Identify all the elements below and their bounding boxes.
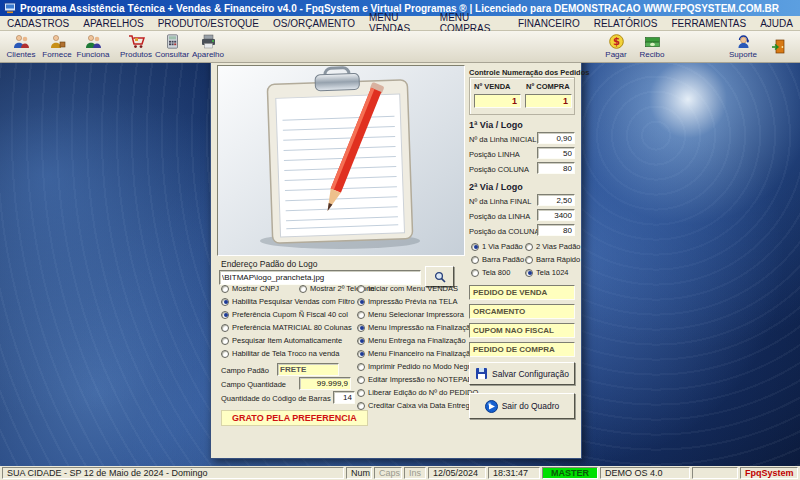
- fornecedor-button[interactable]: Fornece: [39, 32, 75, 62]
- menu-bar: CADASTROS APARELHOS PRODUTO/ESTOQUE OS/O…: [0, 16, 800, 31]
- produtos-button[interactable]: Produtos: [118, 32, 154, 62]
- dialog-body: Endereço Padão do Logo Mostrar CNPJ Most…: [213, 63, 579, 458]
- option-mostrar-cnpj[interactable]: Mostrar CNPJ: [221, 284, 279, 293]
- option-tela-troco[interactable]: Habilitar de Tela Troco na venda: [221, 349, 339, 358]
- option-iniciar-menu-vendas[interactable]: Iniciar com Menu VENDAS: [357, 284, 458, 293]
- campo-padrao-input[interactable]: [277, 363, 339, 376]
- option-menu-entrega-finalizacao[interactable]: Menu Entrega na Finalização: [357, 336, 466, 345]
- option-label: Menu Impressão na Finalização: [368, 323, 474, 332]
- menu-aparelhos[interactable]: APARELHOS: [76, 18, 150, 29]
- option-label: Mostrar CNPJ: [232, 284, 279, 293]
- mode-label: Barra Rápido: [536, 255, 580, 264]
- option-liberar-edicao-pedido[interactable]: Liberar Edição do Nº do PEDIDO: [357, 388, 478, 397]
- radio-icon: [357, 324, 365, 332]
- mode-label: Tela 1024: [536, 268, 569, 277]
- via2-posicao-linha-input[interactable]: [537, 209, 575, 221]
- logo-path-input[interactable]: [219, 270, 421, 285]
- menu-produto-estoque[interactable]: PRODUTO/ESTOQUE: [151, 18, 266, 29]
- recibo-label: Recibo: [640, 50, 665, 59]
- option-menu-selecionar-impressora[interactable]: Menu Selecionar Impressora: [357, 310, 464, 319]
- save-config-button[interactable]: Salvar Configuração: [469, 362, 575, 385]
- menu-relatorios[interactable]: RELATÓRIOS: [587, 18, 665, 29]
- desktop-wallpaper: Configuração PEDIDO DE VENDA & COMPRA: [0, 63, 800, 466]
- option-label: Menu Entrega na Finalização: [368, 336, 466, 345]
- mode-barra-rapido[interactable]: Barra Rápido: [525, 255, 580, 264]
- via2-linha-final-input[interactable]: [537, 194, 575, 206]
- radio-icon: [471, 243, 479, 251]
- menu-cadastros[interactable]: CADASTROS: [0, 18, 76, 29]
- option-label: Habilita Pesquisar Vendas com Filtro: [232, 297, 355, 306]
- radio-icon: [357, 389, 365, 397]
- mode-1-via-padrao[interactable]: 1 Via Padão: [471, 242, 523, 251]
- radio-icon: [525, 256, 533, 264]
- via1-row3-label: Posição COLUNA: [469, 165, 529, 174]
- venda-number-field[interactable]: 1: [474, 94, 521, 108]
- mode-tela-800[interactable]: Tela 800: [471, 268, 510, 277]
- menu-financeiro[interactable]: FINANCEIRO: [511, 18, 587, 29]
- menu-ajuda[interactable]: AJUDA: [753, 18, 800, 29]
- status-caps: Caps: [374, 467, 402, 479]
- aparelho-button[interactable]: Aparelho: [190, 32, 226, 62]
- clipboard-illustration: [218, 66, 464, 255]
- via1-row2-label: Posição LINHA: [469, 150, 520, 159]
- clients-icon: [13, 34, 30, 49]
- support-headset-icon: [735, 34, 752, 49]
- via1-posicao-coluna-input[interactable]: [537, 162, 575, 174]
- option-impressao-previa[interactable]: Impressão Prévia na TELA: [357, 297, 458, 306]
- via1-posicao-linha-input[interactable]: [537, 147, 575, 159]
- compra-number-field[interactable]: 1: [525, 94, 572, 108]
- mode-tela-1024[interactable]: Tela 1024: [525, 268, 569, 277]
- option-preferencia-cupom[interactable]: Preferência Cupom Ñ Fiscal 40 col: [221, 310, 348, 319]
- application-window: Programa Assistência Técnica + Vendas & …: [0, 0, 800, 480]
- doc-pedido-venda-field[interactable]: PEDIDO DE VENDA: [469, 285, 575, 300]
- doc-cupom-field[interactable]: CUPOM NAO FISCAL: [469, 323, 575, 338]
- mode-2-vias-padrao[interactable]: 2 Vias Padão: [525, 242, 580, 251]
- option-pesquisar-item-auto[interactable]: Pesquisar Item Automaticamente: [221, 336, 342, 345]
- calculator-icon: [164, 34, 181, 49]
- pagar-button[interactable]: $ Pagar: [598, 32, 634, 62]
- exit-dialog-button[interactable]: Sair do Quadro: [469, 393, 575, 419]
- clientes-button[interactable]: Clientes: [3, 32, 39, 62]
- mode-barra-padrao[interactable]: Barra Padão: [471, 255, 524, 264]
- option-label: Habilitar de Tela Troco na venda: [232, 349, 339, 358]
- radio-icon: [221, 298, 229, 306]
- option-label: Preferência Cupom Ñ Fiscal 40 col: [232, 310, 348, 319]
- option-preferencia-matricial[interactable]: Preferência MATRICIAL 80 Colunas: [221, 323, 352, 332]
- campo-quantidade-input[interactable]: [299, 377, 351, 390]
- radio-icon: [357, 311, 365, 319]
- doc-orcamento-field[interactable]: ORCAMENTO: [469, 304, 575, 319]
- menu-ferramentas[interactable]: FERRAMENTAS: [664, 18, 753, 29]
- menu-os-orcamento[interactable]: OS/ORÇAMENTO: [266, 18, 362, 29]
- option-creditar-caixa[interactable]: Creditar Caixa via Data Entrega: [357, 401, 474, 410]
- campo-quantidade-label: Campo Quantidade: [221, 380, 286, 389]
- radio-icon: [357, 376, 365, 384]
- magnifier-icon: [434, 271, 446, 283]
- thanks-message: GRATO PELA PREFERENCIA: [221, 410, 368, 426]
- option-menu-impressao-finalizacao[interactable]: Menu Impressão na Finalização: [357, 323, 474, 332]
- radio-icon: [357, 337, 365, 345]
- radio-icon: [357, 402, 365, 410]
- via2-posicao-coluna-input[interactable]: [537, 224, 575, 236]
- option-label: Preferência MATRICIAL 80 Colunas: [232, 323, 352, 332]
- via1-row1-label: Nº da Linha INICIAL: [469, 135, 536, 144]
- option-label: Menu Selecionar Impressora: [368, 310, 464, 319]
- radio-icon: [299, 285, 307, 293]
- barcode-qty-input[interactable]: [333, 391, 355, 404]
- via1-linha-inicial-input[interactable]: [537, 132, 575, 144]
- employees-icon: [85, 34, 102, 49]
- recibo-button[interactable]: Recibo: [634, 32, 670, 62]
- exit-button[interactable]: [761, 32, 797, 62]
- status-empty: [692, 467, 738, 479]
- consultar-button[interactable]: Consultar: [154, 32, 190, 62]
- funcionario-button[interactable]: Funciona: [75, 32, 111, 62]
- doc-pedido-compra-field[interactable]: PEDIDO DE COMPRA: [469, 342, 575, 357]
- pagar-label: Pagar: [605, 50, 626, 59]
- funcionario-label: Funciona: [77, 50, 110, 59]
- option-habilita-pesquisar-vendas[interactable]: Habilita Pesquisar Vendas com Filtro: [221, 297, 355, 306]
- option-label: Iniciar com Menu VENDAS: [368, 284, 458, 293]
- option-menu-financeiro-finalizacao[interactable]: Menu Financeiro na Finalização: [357, 349, 474, 358]
- radio-icon: [471, 256, 479, 264]
- option-imprimir-negrito[interactable]: Imprimir Pedido no Modo Negrito: [357, 362, 478, 371]
- option-editar-notepad[interactable]: Editar Impressão no NOTEPAD: [357, 375, 473, 384]
- suporte-button[interactable]: Suporte: [725, 32, 761, 62]
